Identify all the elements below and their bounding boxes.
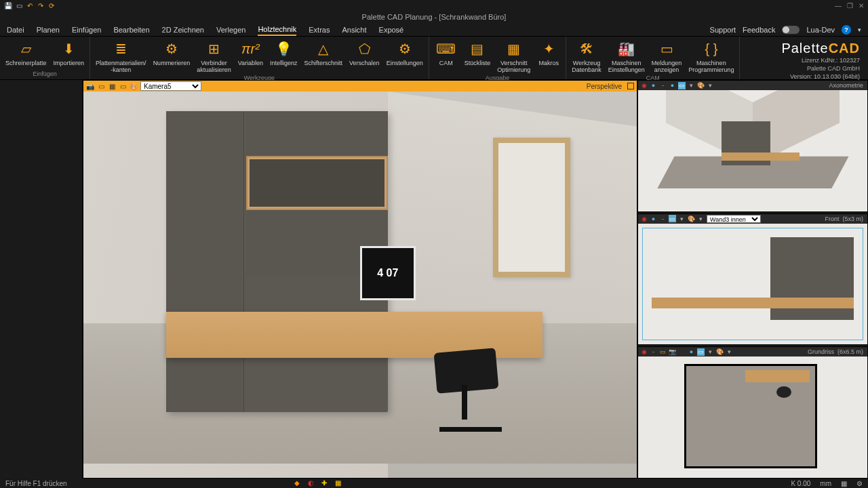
window-close[interactable]: ✕	[859, 2, 864, 9]
chair-3d[interactable]	[427, 316, 515, 432]
window-maximize[interactable]: ❐	[847, 2, 853, 9]
chevron-down-icon[interactable]: ▾	[678, 215, 686, 222]
menu-support[interactable]: Support	[710, 26, 736, 34]
help-icon[interactable]: ?	[842, 25, 851, 35]
sb-icon-4[interactable]: ▦	[335, 479, 343, 487]
chevron-down-icon[interactable]: ▾	[726, 348, 733, 356]
werkzeugdb-button[interactable]: 🛠Werkzeug Datenbank	[569, 38, 604, 75]
menu-ansicht[interactable]: Ansicht	[342, 24, 366, 35]
chevron-down-icon[interactable]: ▾	[707, 348, 714, 356]
sb-icon-3[interactable]: ✚	[321, 479, 330, 487]
maschinen-einst-button[interactable]: 🏭Maschinen Einstellungen	[606, 38, 648, 75]
eye-icon[interactable]: ◉	[640, 215, 648, 222]
main-viewport-canvas[interactable]: 4 07	[83, 92, 637, 478]
main-viewport[interactable]: 📷 ▭ ▦ ▭ 🎨 Kamera5 Perspektive	[83, 80, 637, 479]
dot-icon[interactable]: ●	[650, 82, 657, 89]
schifterschnitt-button[interactable]: △Schifterschnitt	[302, 38, 346, 75]
status-grid-icon[interactable]: ▦	[841, 480, 847, 487]
undo-icon[interactable]: ↶	[26, 1, 34, 9]
dash-icon[interactable]: -	[650, 348, 657, 356]
plan-header: ◉ - ▭ 📷 ● ▭ ▾ 🎨 ▾ Grundriss (6x6.5 m)	[638, 347, 867, 357]
maximize-viewport[interactable]	[627, 83, 634, 89]
dot-icon[interactable]: ●	[650, 215, 657, 222]
verschalen-button[interactable]: ⬠Verschalen	[347, 38, 382, 75]
menu-feedback[interactable]: Feedback	[743, 26, 775, 34]
menu-dropdown-icon[interactable]: ▾	[858, 26, 861, 33]
redo-icon[interactable]: ↷	[37, 1, 45, 9]
grid-icon[interactable]: ▦	[108, 82, 116, 90]
menu-extras[interactable]: Extras	[309, 24, 330, 35]
cam-icon[interactable]: 📷	[669, 348, 676, 356]
chevron-down-icon[interactable]: ▾	[688, 82, 695, 89]
dash-icon[interactable]: -	[659, 215, 667, 222]
verschnitt-button[interactable]: ▦Verschnitt Optimierung	[494, 38, 533, 75]
front-header: ◉ ● - ▭ ▾ 🎨 ▾ Wand3 innen Front (5x3 m)	[638, 214, 867, 224]
camera-icon[interactable]: 📷	[86, 82, 94, 90]
front-viewport[interactable]: ◉ ● - ▭ ▾ 🎨 ▾ Wand3 innen Front (5x3 m)	[637, 214, 868, 346]
menu-einfuegen[interactable]: Einfügen	[72, 24, 101, 35]
intelligenz-button[interactable]: 💡Intelligenz	[267, 38, 300, 75]
cam-button[interactable]: ⌨CAM	[432, 38, 460, 75]
menu-holztechnik[interactable]: Holztechnik	[258, 24, 296, 36]
chevron-down-icon[interactable]: ▾	[697, 215, 705, 222]
layers-icon[interactable]: ▭	[97, 82, 105, 90]
nummerieren-button[interactable]: ⚙Nummerieren	[151, 38, 193, 75]
camera-select[interactable]: Kamera5	[140, 81, 201, 91]
palette2-icon[interactable]: 🎨	[688, 215, 695, 222]
front-canvas[interactable]	[638, 224, 867, 345]
view-icon[interactable]: ▭	[119, 82, 127, 90]
plan-viewport[interactable]: ◉ - ▭ 📷 ● ▭ ▾ 🎨 ▾ Grundriss (6x6.5 m)	[637, 346, 868, 479]
new-icon[interactable]: ▭	[15, 1, 23, 9]
eye-icon[interactable]: ◉	[640, 82, 648, 89]
einstellungen-button[interactable]: ⚙Einstellungen	[384, 38, 426, 75]
save-icon[interactable]: 💾	[4, 1, 12, 9]
cabinet-3d[interactable]	[166, 111, 387, 413]
palette-icon[interactable]: 🎨	[130, 82, 138, 90]
list-icon: ▤	[468, 39, 487, 58]
formula-icon: πr²	[241, 39, 260, 58]
sb-icon-1[interactable]: ◆	[294, 479, 302, 487]
plan-label: Grundriss	[808, 348, 834, 355]
axo-viewport[interactable]: ◉ ● - ● ▭ ▾ 🎨 ▾ Axonometrie	[637, 80, 868, 212]
palette2-icon[interactable]: 🎨	[697, 82, 705, 89]
plan-canvas[interactable]	[638, 357, 867, 478]
box-icon[interactable]: ▭	[678, 82, 686, 89]
picture-frame-3d[interactable]	[493, 138, 570, 277]
dot-icon[interactable]: ●	[688, 348, 695, 356]
makros-button[interactable]: ✦Makros	[534, 38, 563, 75]
box-icon[interactable]: ▭	[669, 215, 676, 222]
box2-icon[interactable]: ▭	[697, 348, 705, 356]
plattenmaterialien-button[interactable]: ≣Plattenmaterialien/ -kanten	[93, 38, 149, 75]
stueckliste-button[interactable]: ▤Stückliste	[462, 38, 494, 75]
verbinder-button[interactable]: ⊞Verbinder aktualisieren	[194, 38, 234, 75]
palette2-icon[interactable]: 🎨	[716, 348, 724, 356]
meldungen-button[interactable]: ▭Meldungen anzeigen	[649, 38, 685, 75]
chevron-down-icon[interactable]: ▾	[707, 82, 714, 89]
luadev-toggle[interactable]	[782, 26, 800, 34]
status-bar: Für Hilfe F1 drücken ◆ ◐ ✚ ▦ K 0.00 mm ▦…	[0, 479, 868, 488]
maschinen-prog-button[interactable]: { }Maschinen Programmierung	[686, 38, 736, 75]
importieren-button[interactable]: ⬇Importieren	[51, 38, 87, 70]
monitor-3d[interactable]: 4 07	[360, 246, 416, 300]
dash-icon[interactable]: -	[659, 82, 667, 89]
menu-verlegen[interactable]: Verlegen	[216, 24, 245, 35]
front-layer-select[interactable]: Wand3 innen	[707, 215, 761, 223]
ribbon-group-cam: 🛠Werkzeug Datenbank 🏭Maschinen Einstellu…	[566, 37, 740, 79]
box-icon[interactable]: ▭	[659, 348, 667, 356]
menu-bearbeiten[interactable]: Bearbeiten	[113, 24, 149, 35]
menu-2dzeichnen[interactable]: 2D Zeichnen	[162, 24, 204, 35]
variablen-button[interactable]: πr²Variablen	[235, 38, 266, 75]
menu-planen[interactable]: Planen	[37, 24, 60, 35]
luadev-label: Lua-Dev	[806, 26, 835, 34]
status-unit[interactable]: mm	[820, 480, 831, 487]
axo-canvas[interactable]	[638, 90, 867, 211]
refresh-icon[interactable]: ⟳	[47, 1, 56, 9]
dot2-icon[interactable]: ●	[669, 82, 676, 89]
menu-datei[interactable]: Datei	[7, 24, 24, 35]
menu-expose[interactable]: Exposé	[379, 24, 404, 35]
status-gear-icon[interactable]: ⚙	[856, 480, 863, 487]
sb-icon-2[interactable]: ◐	[308, 479, 316, 487]
eye-icon[interactable]: ◉	[640, 348, 648, 356]
schreinerplatte-button[interactable]: ▱Schreinerplatte	[3, 38, 50, 70]
window-minimize[interactable]: —	[835, 2, 842, 9]
